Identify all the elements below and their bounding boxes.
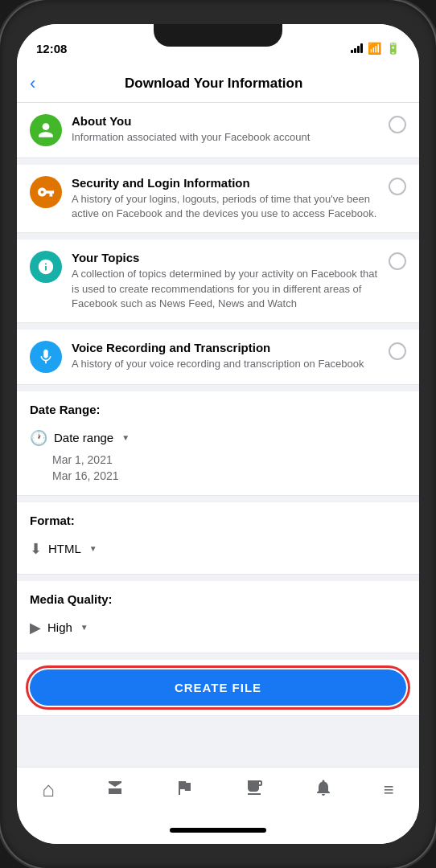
wifi-icon: 📶	[368, 42, 381, 55]
home-indicator-bar	[17, 825, 419, 844]
date-range-dropdown-row[interactable]: 🕐 Date range ▼	[30, 424, 406, 452]
tab-notifications[interactable]	[304, 773, 343, 807]
topics-title: Your Topics	[72, 251, 379, 264]
security-icon	[30, 176, 62, 208]
battery-icon: 🔋	[386, 42, 400, 55]
security-radio[interactable]	[389, 178, 406, 195]
list-item[interactable]: Your Topics A collection of topics deter…	[17, 240, 419, 323]
format-dropdown-arrow-icon: ▼	[89, 544, 97, 553]
tab-flag[interactable]	[165, 773, 204, 807]
news-icon	[245, 778, 264, 802]
home-indicator	[170, 828, 266, 833]
store-icon	[105, 778, 125, 802]
voice-text: Voice Recording and Transcription A hist…	[72, 341, 379, 371]
format-dropdown-row[interactable]: ⬇ HTML ▼	[30, 535, 406, 563]
date-range-label: Date Range:	[30, 403, 406, 416]
back-button[interactable]: ‹	[30, 73, 35, 94]
list-item[interactable]: Security and Login Information A history…	[17, 165, 419, 233]
date-range-value: Date range	[54, 431, 113, 444]
about-you-desc: Information associated with your Faceboo…	[72, 130, 379, 145]
divider-7	[17, 653, 419, 660]
divider-4	[17, 385, 419, 391]
voice-desc: A history of your voice recording and tr…	[72, 357, 379, 371]
end-date: Mar 16, 2021	[52, 468, 406, 484]
media-quality-value: High	[47, 620, 72, 634]
divider-1	[17, 158, 419, 165]
security-title: Security and Login Information	[72, 176, 379, 190]
about-you-radio[interactable]	[389, 116, 406, 133]
menu-icon: ≡	[384, 781, 394, 799]
content-scroll: About You Information associated with yo…	[17, 103, 419, 767]
home-icon: ⌂	[42, 777, 55, 802]
bell-icon	[314, 778, 333, 802]
create-file-button[interactable]: CREATE FILE	[30, 669, 406, 706]
voice-icon	[30, 341, 62, 373]
flag-icon	[175, 778, 194, 802]
nav-header: ‹ Download Your Information	[17, 64, 419, 103]
list-item[interactable]: About You Information associated with yo…	[17, 103, 419, 158]
tab-bar: ⌂	[17, 767, 419, 825]
media-quality-label: Media Quality:	[30, 592, 406, 606]
tab-home[interactable]: ⌂	[32, 772, 64, 807]
media-quality-dropdown-row[interactable]: ▶ High ▼	[30, 614, 406, 641]
tab-menu[interactable]: ≡	[374, 776, 404, 804]
format-label: Format:	[30, 514, 406, 527]
security-desc: A history of your logins, logouts, perio…	[72, 192, 379, 221]
date-range-section: Date Range: 🕐 Date range ▼ Mar 1, 2021 M…	[17, 391, 419, 496]
format-section: Format: ⬇ HTML ▼	[17, 502, 419, 575]
start-date: Mar 1, 2021	[52, 452, 406, 468]
topics-icon	[30, 251, 62, 283]
voice-radio[interactable]	[389, 342, 406, 360]
format-value: HTML	[48, 542, 81, 555]
phone-frame: 12:08 📶 🔋 ‹ Download Your Information	[0, 0, 436, 868]
signal-icon	[351, 43, 363, 53]
status-bar: 12:08 📶 🔋	[17, 24, 419, 64]
page-title: Download Your Information	[45, 76, 382, 92]
quality-dropdown-arrow-icon: ▼	[80, 623, 88, 632]
dropdown-arrow-icon: ▼	[121, 433, 130, 442]
create-btn-container: CREATE FILE	[17, 660, 419, 716]
voice-title: Voice Recording and Transcription	[72, 341, 379, 354]
phone-screen: 12:08 📶 🔋 ‹ Download Your Information	[17, 24, 419, 844]
tab-store[interactable]	[96, 773, 134, 807]
media-quality-section: Media Quality: ▶ High ▼	[17, 581, 419, 653]
notch	[154, 24, 282, 47]
security-text: Security and Login Information A history…	[72, 176, 379, 221]
play-icon: ▶	[30, 619, 41, 637]
download-icon: ⬇	[30, 540, 42, 558]
list-item[interactable]: Voice Recording and Transcription A hist…	[17, 330, 419, 385]
status-time: 12:08	[36, 42, 67, 55]
topics-desc: A collection of topics determined by you…	[72, 267, 379, 311]
about-you-icon	[30, 114, 62, 146]
about-you-text: About You Information associated with yo…	[72, 114, 379, 145]
clock-icon: 🕐	[30, 429, 47, 447]
status-icons: 📶 🔋	[351, 42, 400, 55]
divider-2	[17, 233, 419, 240]
topics-radio[interactable]	[389, 252, 406, 270]
divider-5	[17, 496, 419, 502]
tab-news[interactable]	[235, 773, 274, 807]
divider-6	[17, 575, 419, 581]
divider-3	[17, 323, 419, 330]
topics-text: Your Topics A collection of topics deter…	[72, 251, 379, 311]
about-you-title: About You	[72, 114, 379, 128]
